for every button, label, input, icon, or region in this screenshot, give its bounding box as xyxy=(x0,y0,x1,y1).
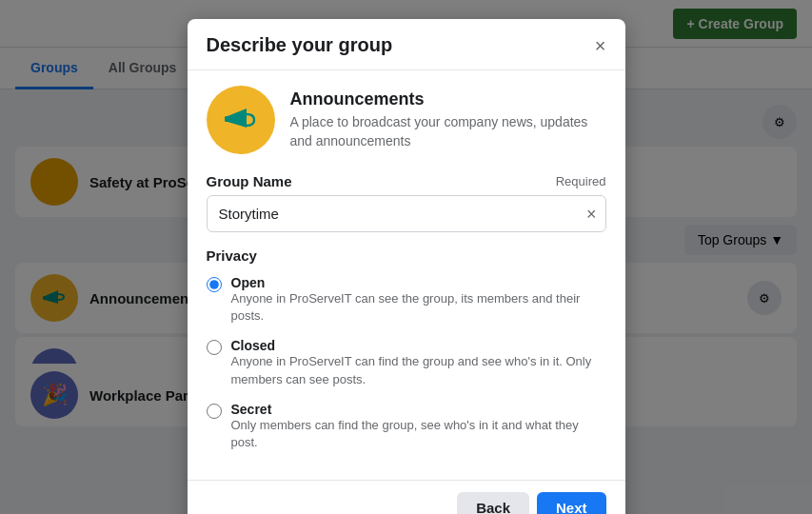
group-icon-desc: A place to broadcast your company news, … xyxy=(290,113,606,150)
privacy-radio-closed[interactable] xyxy=(207,340,222,355)
group-icon-row: Announcements A place to broadcast your … xyxy=(207,86,606,154)
next-button[interactable]: Next xyxy=(537,492,606,514)
privacy-closed-label: Closed xyxy=(231,338,606,353)
privacy-title: Privacy xyxy=(207,247,606,264)
privacy-option-secret: Secret Only members can find the group, … xyxy=(207,402,606,451)
privacy-radio-secret[interactable] xyxy=(207,404,222,419)
privacy-option-open: Open Anyone in ProServeIT can see the gr… xyxy=(207,275,606,325)
clear-input-button[interactable]: × xyxy=(586,206,597,223)
privacy-open-desc: Anyone in ProServeIT can see the group, … xyxy=(231,290,606,325)
privacy-option-closed: Closed Anyone in ProServeIT can find the… xyxy=(207,338,606,387)
group-name-input[interactable] xyxy=(207,195,606,232)
group-name-wrapper: × xyxy=(207,195,606,232)
back-button[interactable]: Back xyxy=(457,492,529,514)
privacy-closed-desc: Anyone in ProServeIT can find the group … xyxy=(231,353,606,387)
privacy-radio-open[interactable] xyxy=(207,277,222,292)
modal-trumpet-icon xyxy=(220,99,262,141)
group-icon-circle xyxy=(207,86,275,154)
field-label-row: Group Name Required xyxy=(207,173,606,189)
group-name-label: Group Name xyxy=(207,173,292,189)
required-label: Required xyxy=(556,174,606,188)
group-icon-name: Announcements xyxy=(290,89,606,109)
privacy-secret-desc: Only members can find the group, see who… xyxy=(231,417,606,451)
group-icon-info: Announcements A place to broadcast your … xyxy=(290,89,606,150)
svg-rect-1 xyxy=(225,116,230,122)
privacy-secret-label: Secret xyxy=(231,402,606,417)
modal-close-button[interactable]: × xyxy=(595,36,606,55)
modal-dialog: Describe your group × Announcements A pl… xyxy=(188,19,625,514)
modal-title: Describe your group xyxy=(207,34,393,56)
modal-footer: Back Next xyxy=(188,480,625,514)
modal-body: Announcements A place to broadcast your … xyxy=(188,70,625,480)
modal-overlay: Describe your group × Announcements A pl… xyxy=(0,0,812,514)
privacy-open-label: Open xyxy=(231,275,606,290)
modal-header: Describe your group × xyxy=(188,19,625,70)
